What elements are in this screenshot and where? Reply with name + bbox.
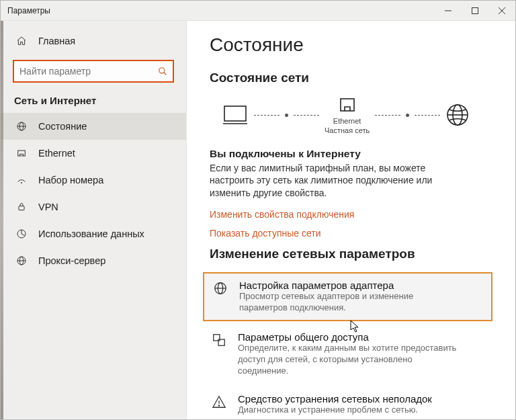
svg-point-4: [159, 68, 165, 73]
globe-icon: [445, 103, 470, 127]
sidebar-item-ethernet[interactable]: Ethernet: [1, 140, 186, 167]
router-label: Ethernet: [325, 117, 370, 126]
minimize-button[interactable]: [435, 1, 462, 21]
network-status-heading: Состояние сети: [210, 71, 492, 85]
svg-rect-1: [472, 7, 478, 13]
close-button[interactable]: [488, 1, 515, 21]
sidebar-item-data-usage[interactable]: Использование данных: [1, 220, 186, 247]
page-title: Состояние: [210, 34, 492, 56]
svg-point-28: [218, 405, 219, 405]
sidebar: Главная Сеть и Интернет Состояние Et: [1, 21, 187, 419]
vpn-icon: [15, 202, 28, 212]
connection-dot: [406, 114, 409, 117]
svg-line-5: [164, 73, 167, 75]
connection-line: [415, 115, 440, 116]
change-settings-heading: Изменение сетевых параметров: [210, 247, 492, 261]
option-desc: Просмотр сетевых адаптеров и изменение п…: [239, 291, 461, 314]
connection-line: [254, 115, 280, 116]
router-sublabel: Частная сеть: [325, 126, 370, 136]
sidebar-item-label: VPN: [38, 202, 58, 212]
window-title: Параметры: [1, 6, 435, 15]
sidebar-item-label: Использование данных: [38, 228, 144, 239]
link-show-networks[interactable]: Показать доступные сети: [210, 228, 492, 239]
ethernet-icon: [15, 148, 28, 159]
computer-icon: [222, 103, 249, 126]
main-content: Состояние Состояние сети Ethernet Частна…: [187, 21, 515, 419]
adapter-icon: [211, 280, 230, 314]
option-sharing-settings[interactable]: Параметры общего доступа Определите, к к…: [203, 325, 492, 383]
sidebar-item-proxy[interactable]: Прокси-сервер: [1, 247, 186, 274]
connected-title: Вы подключены к Интернету: [210, 148, 492, 160]
status-icon: [15, 121, 28, 132]
title-bar: Параметры: [1, 1, 515, 21]
nav-home[interactable]: Главная: [1, 28, 186, 54]
sidebar-item-dialup[interactable]: Набор номера: [1, 167, 186, 194]
network-diagram: Ethernet Частная сеть: [222, 95, 492, 136]
dialup-icon: [15, 175, 28, 185]
svg-rect-9: [18, 151, 26, 156]
router-icon: [339, 95, 356, 115]
sharing-icon: [210, 331, 228, 377]
connected-desc: Если у вас лимитный тарифный план, вы мо…: [210, 162, 465, 200]
home-icon: [15, 36, 28, 46]
svg-point-10: [21, 182, 22, 183]
connection-line: [294, 115, 319, 116]
sidebar-item-label: Прокси-сервер: [38, 255, 105, 266]
svg-rect-18: [341, 99, 354, 111]
data-usage-icon: [15, 228, 28, 239]
nav-home-label: Главная: [38, 36, 75, 46]
option-desc: Определите, к каким данным вы хотите пре…: [238, 343, 460, 377]
warning-icon: [210, 393, 228, 416]
link-change-connection-props[interactable]: Изменить свойства подключения: [210, 209, 492, 220]
search-input[interactable]: [14, 66, 153, 77]
sidebar-item-status[interactable]: Состояние: [1, 113, 186, 140]
option-adapter-settings[interactable]: Настройка параметров адаптера Просмотр с…: [203, 272, 492, 321]
sidebar-item-label: Набор номера: [38, 175, 103, 185]
option-title: Средство устранения сетевых неполадок: [238, 393, 432, 405]
option-title: Настройка параметров адаптера: [239, 280, 461, 291]
sidebar-section: Сеть и Интернет: [1, 92, 186, 113]
router-node: Ethernet Частная сеть: [325, 95, 370, 136]
option-title: Параметры общего доступа: [238, 331, 460, 343]
connection-dot: [285, 114, 288, 117]
option-troubleshoot[interactable]: Средство устранения сетевых неполадок Ди…: [203, 387, 492, 419]
proxy-icon: [15, 255, 28, 266]
maximize-button[interactable]: [462, 1, 488, 21]
sidebar-item-vpn[interactable]: VPN: [1, 194, 186, 220]
sidebar-item-label: Ethernet: [38, 148, 75, 159]
connection-line: [375, 115, 400, 116]
search-box[interactable]: [13, 60, 174, 83]
search-icon: [153, 67, 173, 76]
svg-rect-16: [224, 106, 246, 121]
svg-rect-11: [19, 206, 24, 210]
cursor-icon: [350, 320, 359, 333]
sidebar-item-label: Состояние: [38, 121, 87, 132]
accent-strip: [1, 21, 3, 419]
option-desc: Диагностика и устранение проблем с сетью…: [238, 405, 432, 416]
